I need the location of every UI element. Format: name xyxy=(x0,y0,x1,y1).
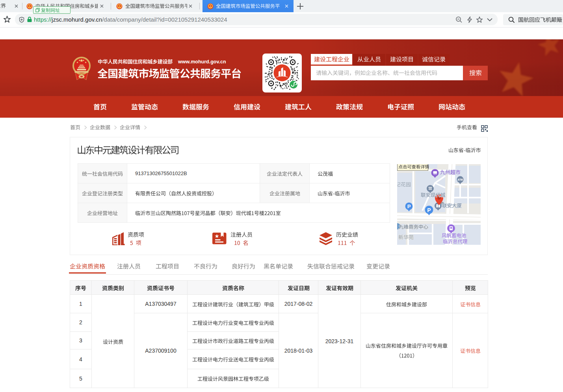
svg-text:ATM: ATM xyxy=(457,178,463,181)
svg-text:P: P xyxy=(407,203,411,209)
svg-text:P: P xyxy=(427,207,431,213)
